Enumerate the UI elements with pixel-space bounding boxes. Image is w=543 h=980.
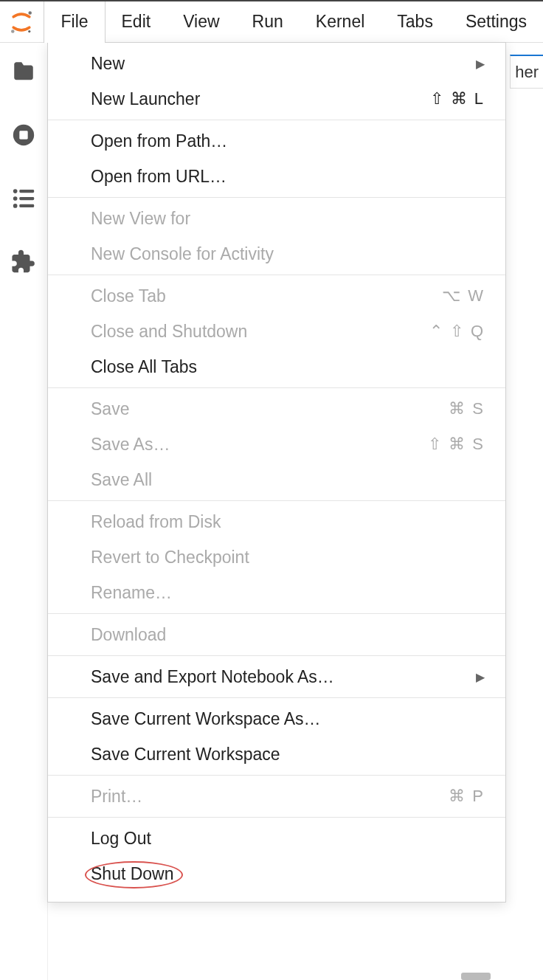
file-menu-open-from-path[interactable]: Open from Path… <box>48 123 505 159</box>
file-menu-save-and-export-notebook-as[interactable]: Save and Export Notebook As…▶ <box>48 659 505 694</box>
running-sessions-icon[interactable] <box>11 122 36 148</box>
menu-item-label: Download <box>91 625 166 645</box>
file-menu-revert-to-checkpoint: Revert to Checkpoint <box>48 539 505 575</box>
file-menu-save-current-workspace-as[interactable]: Save Current Workspace As… <box>48 701 505 736</box>
menu-item-label: Log Out <box>91 829 151 849</box>
svg-point-1 <box>11 30 14 33</box>
submenu-arrow-icon: ▶ <box>476 670 485 684</box>
svg-point-9 <box>13 204 18 208</box>
jupyter-logo <box>0 1 44 43</box>
menu-shortcut: ⌥ W <box>442 286 485 306</box>
menu-view[interactable]: View <box>167 1 235 43</box>
menu-shortcut: ⌘ S <box>449 399 485 418</box>
file-menu-save-all: Save All <box>48 462 505 497</box>
menu-item-label: Open from URL… <box>91 167 226 187</box>
menu-tabs[interactable]: Tabs <box>381 1 449 43</box>
menu-item-label: Open from Path… <box>91 131 227 151</box>
file-menu-close-all-tabs[interactable]: Close All Tabs <box>48 349 505 384</box>
menu-settings[interactable]: Settings <box>449 1 543 43</box>
file-menu-new-view-for: New View for <box>48 201 505 236</box>
svg-rect-8 <box>19 197 34 200</box>
menu-item-label: Save <box>91 399 129 419</box>
menu-item-label: Save Current Workspace As… <box>91 709 320 729</box>
menu-item-label: New <box>91 54 125 74</box>
menu-item-label: New Launcher <box>91 89 200 109</box>
menu-item-label: Close All Tabs <box>91 357 197 377</box>
menu-file[interactable]: File <box>44 1 105 43</box>
launcher-tab-partial[interactable]: her <box>510 55 543 89</box>
menu-item-label: Close and Shutdown <box>91 322 247 342</box>
svg-point-5 <box>13 189 18 193</box>
file-menu-print: Print…⌘ P <box>48 779 505 814</box>
menu-item-label: New Console for Activity <box>91 244 274 264</box>
menu-shortcut: ⇧ ⌘ L <box>430 89 485 108</box>
menu-shortcut: ⇧ ⌘ S <box>428 435 485 454</box>
file-menu-save: Save⌘ S <box>48 391 505 427</box>
svg-rect-6 <box>19 190 34 193</box>
left-sidebar <box>0 43 47 980</box>
menu-item-label: Reload from Disk <box>91 512 221 532</box>
menu-item-label: Save As… <box>91 435 170 455</box>
svg-rect-10 <box>19 204 34 207</box>
file-menu-save-current-workspace[interactable]: Save Current Workspace <box>48 736 505 772</box>
menu-item-label: Revert to Checkpoint <box>91 548 249 567</box>
menu-item-label: Print… <box>91 787 142 807</box>
file-browser-icon[interactable] <box>11 59 36 84</box>
file-menu-rename: Rename… <box>48 575 505 610</box>
file-menu-reload-from-disk: Reload from Disk <box>48 504 505 539</box>
extensions-icon[interactable] <box>11 249 36 275</box>
file-menu-new-launcher[interactable]: New Launcher⇧ ⌘ L <box>48 81 505 117</box>
menu-item-label: Save All <box>91 470 152 490</box>
menu-item-label: Rename… <box>91 583 172 603</box>
file-menu-download: Download <box>48 617 505 652</box>
menu-item-label: New View for <box>91 209 190 229</box>
scrollbar-thumb[interactable] <box>461 973 491 980</box>
file-menu-close-and-shutdown: Close and Shutdown⌃ ⇧ Q <box>48 314 505 349</box>
svg-rect-4 <box>19 131 27 139</box>
menu-shortcut: ⌘ P <box>449 787 485 806</box>
menubar: File Edit View Run Kernel Tabs Settings <box>0 1 543 43</box>
file-menu-shut-down[interactable]: Shut Down <box>48 856 505 891</box>
svg-point-7 <box>13 196 18 201</box>
file-menu-save-as: Save As…⇧ ⌘ S <box>48 427 505 462</box>
file-menu-log-out[interactable]: Log Out <box>48 821 505 856</box>
menu-kernel[interactable]: Kernel <box>300 1 381 43</box>
menu-edit[interactable]: Edit <box>106 1 167 43</box>
file-menu-new[interactable]: New▶ <box>48 46 505 81</box>
menu-item-label: Save Current Workspace <box>91 745 280 765</box>
file-menu-dropdown: New▶New Launcher⇧ ⌘ LOpen from Path…Open… <box>47 42 506 903</box>
menu-item-label: Shut Down <box>91 864 174 884</box>
svg-point-2 <box>28 30 30 32</box>
submenu-arrow-icon: ▶ <box>476 57 485 71</box>
menu-run[interactable]: Run <box>236 1 300 43</box>
toc-icon[interactable] <box>11 186 36 211</box>
menu-shortcut: ⌃ ⇧ Q <box>429 322 485 341</box>
file-menu-new-console-for-activity: New Console for Activity <box>48 236 505 272</box>
file-menu-close-tab: Close Tab⌥ W <box>48 278 505 314</box>
svg-point-0 <box>29 11 32 15</box>
menu-item-label: Close Tab <box>91 286 166 306</box>
menu-item-label: Save and Export Notebook As… <box>91 667 334 687</box>
file-menu-open-from-url[interactable]: Open from URL… <box>48 159 505 194</box>
